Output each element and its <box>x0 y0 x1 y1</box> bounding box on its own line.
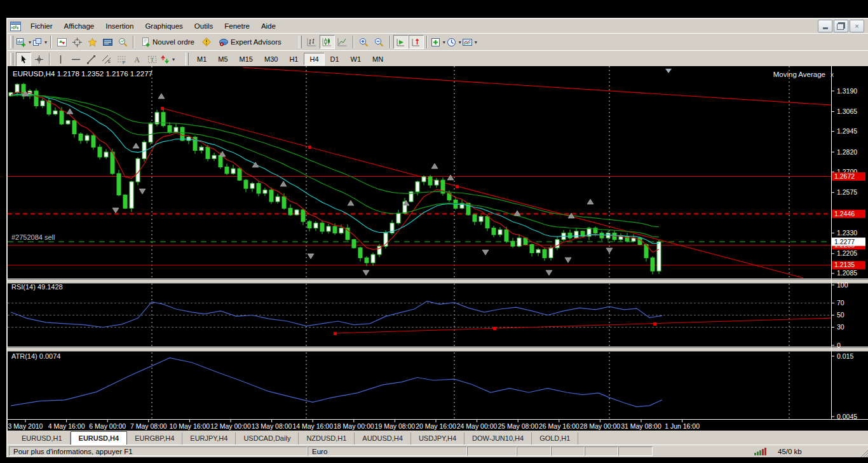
toolbar-grip[interactable] <box>186 53 189 66</box>
tab-eurjpy-h4[interactable]: EURJPY,H4 <box>182 432 236 445</box>
menu-outils[interactable]: Outils <box>189 20 219 32</box>
text-label-button[interactable]: T <box>144 52 159 66</box>
text-button[interactable]: A <box>129 52 144 66</box>
tab-audusd-h4[interactable]: AUDUSD,H4 <box>355 432 411 445</box>
candlestick-chart-icon <box>322 38 332 47</box>
menu-insertion[interactable]: Insertion <box>100 20 139 32</box>
profiles-icon <box>32 38 42 47</box>
minimize-button[interactable] <box>818 20 832 32</box>
chart-shift-button[interactable] <box>409 35 424 49</box>
periods-button[interactable]: ▾ <box>446 35 462 49</box>
menu-graphiques[interactable]: Graphiques <box>139 20 188 32</box>
minimize-icon <box>823 27 828 29</box>
new-order-icon <box>141 38 151 47</box>
menu-fenetre[interactable]: Fenetre <box>219 20 255 32</box>
navigator-star-icon <box>88 38 97 47</box>
restore-button[interactable] <box>834 20 848 32</box>
chart-tab-bar: EURUSD,H1EURUSD,H4EURGBP,H4EURJPY,H4USDC… <box>8 431 868 445</box>
channel-button[interactable]: E <box>98 52 114 66</box>
line-chart-button[interactable] <box>335 35 350 49</box>
toolbar-grip[interactable] <box>10 36 13 48</box>
dropdown-caret: ▾ <box>475 39 477 45</box>
terminal-button[interactable] <box>100 35 115 49</box>
arrows-button[interactable]: ▾ <box>159 52 175 66</box>
toolbar-grip[interactable] <box>10 53 13 66</box>
dropdown-caret: ▾ <box>172 57 175 62</box>
timeframe-h1[interactable]: H1 <box>283 53 304 66</box>
menu-fichier[interactable]: Fichier <box>25 20 58 32</box>
tab-eurusd-h4[interactable]: EURUSD,H4 <box>71 431 128 445</box>
fibonacci-icon: F <box>117 55 126 64</box>
fractal-up-arrow <box>133 143 139 148</box>
templates-button[interactable]: ▾ <box>462 35 478 49</box>
zoom-out-button[interactable] <box>372 35 387 49</box>
crosshair-button[interactable] <box>31 52 46 66</box>
new-order-button[interactable]: Nouvel ordre <box>137 35 199 49</box>
svg-text:28 May 00:00: 28 May 00:00 <box>580 422 621 430</box>
equidistant-channel-icon: E <box>102 55 111 64</box>
resize-grip[interactable] <box>860 448 868 457</box>
timeframe-m30[interactable]: M30 <box>259 53 283 66</box>
profiles-button[interactable]: ▾ <box>32 35 48 49</box>
chart-area[interactable]: 1.31901.30651.29451.28201.27001.25751.23… <box>8 66 868 431</box>
zoom-in-icon <box>359 38 369 47</box>
fractal-down-arrow <box>546 270 552 275</box>
menu-affichage[interactable]: Affichage <box>58 20 100 32</box>
fractal-up-arrow <box>280 181 287 186</box>
menu-aide[interactable]: Aide <box>255 20 281 32</box>
rsi-trendline <box>335 318 834 333</box>
indicator-close-icon[interactable]: x <box>831 71 834 78</box>
svg-text:20 May 16:00: 20 May 16:00 <box>416 422 456 430</box>
fractal-up-arrow <box>514 211 520 216</box>
fibonacci-button[interactable]: F <box>114 52 129 66</box>
atr-line <box>11 358 662 407</box>
timeframe-m1[interactable]: M1 <box>191 53 212 66</box>
tab-gold-h1[interactable]: GOLD,H1 <box>532 432 578 445</box>
tab-eurgbp-h4[interactable]: EURGBP,H4 <box>127 432 182 445</box>
timeframe-h4[interactable]: H4 <box>304 53 324 66</box>
timeframe-m15[interactable]: M15 <box>234 53 259 66</box>
window-controls: × <box>818 20 864 32</box>
timeframe-mn[interactable]: MN <box>367 53 389 66</box>
svg-text:12 May 00:00: 12 May 00:00 <box>210 422 251 430</box>
tab-usdcad-daily[interactable]: USDCAD,Daily <box>236 432 299 445</box>
dropdown-caret: ▾ <box>29 39 31 45</box>
horizontal-line-button[interactable] <box>68 52 83 66</box>
svg-text:14 May 16:00: 14 May 16:00 <box>292 422 333 430</box>
expert-advisors-icon <box>219 38 229 47</box>
svg-text:24 May 00:00: 24 May 00:00 <box>457 422 498 430</box>
trendline-button[interactable] <box>83 52 98 66</box>
strategy-tester-button[interactable] <box>115 35 130 49</box>
cursor-button[interactable] <box>16 52 31 66</box>
close-button[interactable]: × <box>850 20 864 32</box>
menu-bar: FichierAffichageInsertionGraphiquesOutil… <box>8 19 868 33</box>
candlestick-chart-button[interactable] <box>320 35 335 49</box>
indicators-button[interactable]: ▾ <box>430 35 446 49</box>
toolbar-grip[interactable] <box>299 36 302 48</box>
tab-usdjpy-h4[interactable]: USDJPY,H4 <box>411 432 465 445</box>
svg-text:4 May 16:00: 4 May 16:00 <box>48 422 85 430</box>
timeframe-w1[interactable]: W1 <box>345 53 367 66</box>
text-icon: A <box>132 55 142 64</box>
zoom-in-button[interactable] <box>356 35 372 49</box>
expert-advisors-label: Expert Advisors <box>231 38 281 46</box>
new-chart-button[interactable]: ▾ <box>16 35 32 49</box>
expert-advisors-button[interactable]: Expert Advisors <box>214 35 286 49</box>
tab-nzdusd-h1[interactable]: NZDUSD,H1 <box>299 432 355 445</box>
fractal-down-arrow <box>112 208 119 213</box>
market-watch-button[interactable] <box>54 35 69 49</box>
metaeditor-button[interactable] <box>199 35 214 49</box>
svg-text:1.2672: 1.2672 <box>834 172 855 180</box>
bar-chart-button[interactable] <box>304 35 320 49</box>
periods-clock-icon <box>447 38 456 47</box>
tab-eurusd-h1[interactable]: EURUSD,H1 <box>14 432 71 445</box>
timeframe-m5[interactable]: M5 <box>212 53 233 66</box>
timeframe-d1[interactable]: D1 <box>325 53 345 66</box>
navigator-button[interactable] <box>85 35 100 49</box>
tab-dow-jun10-h4[interactable]: DOW-JUN10,H4 <box>465 432 532 445</box>
toolbar-separator <box>49 53 50 66</box>
data-window-button[interactable] <box>69 35 85 49</box>
auto-scroll-button[interactable] <box>393 35 409 49</box>
zoom-out-icon <box>374 38 384 47</box>
vertical-line-button[interactable] <box>53 52 68 66</box>
